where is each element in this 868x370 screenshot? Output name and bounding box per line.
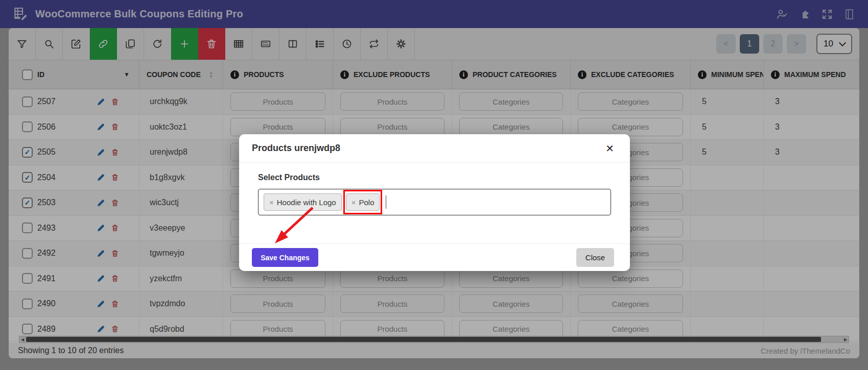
- remove-tag-icon[interactable]: ×: [269, 198, 274, 207]
- close-button[interactable]: Close: [576, 248, 614, 267]
- save-changes-button[interactable]: Save Changes: [252, 248, 318, 267]
- product-tag[interactable]: ×Hoodie with Logo: [264, 193, 342, 211]
- products-modal: Products urenjwdp8 ✕ Select Products ×Ho…: [239, 134, 630, 271]
- tag-label: Hoodie with Logo: [277, 198, 336, 207]
- product-tag[interactable]: ×Polo: [346, 193, 380, 211]
- modal-title: Products urenjwdp8: [252, 143, 340, 154]
- tag-label: Polo: [359, 198, 374, 207]
- modal-header: Products urenjwdp8 ✕: [239, 134, 630, 163]
- selected-product-tag: ×Hoodie with Logo: [264, 193, 342, 211]
- remove-tag-icon[interactable]: ×: [351, 198, 356, 207]
- products-multiselect-input[interactable]: ×Hoodie with Logo×Polo: [258, 189, 611, 215]
- close-icon[interactable]: ✕: [602, 143, 617, 154]
- text-cursor: [386, 195, 386, 209]
- selected-product-tag: ×Polo: [346, 193, 380, 211]
- select-products-label: Select Products: [258, 173, 611, 182]
- modal-footer: Save Changes Close: [239, 243, 630, 271]
